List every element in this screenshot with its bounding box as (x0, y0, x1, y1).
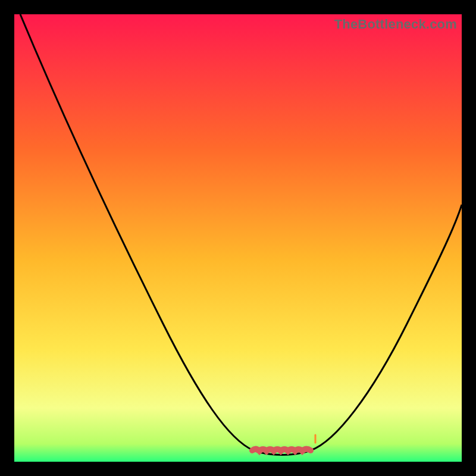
flat-bottom-segment (252, 449, 311, 451)
chart-frame: TheBottleneck.com (14, 14, 462, 462)
curve-svg (14, 14, 462, 462)
watermark-text: TheBottleneck.com (334, 17, 457, 32)
bottleneck-curve (20, 14, 462, 455)
